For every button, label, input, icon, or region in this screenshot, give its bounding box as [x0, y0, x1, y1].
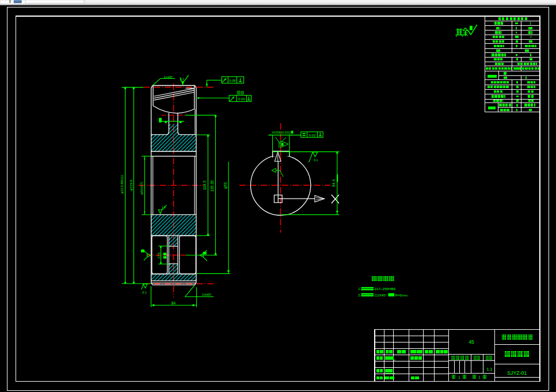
svg-text:64.4: 64.4	[332, 179, 336, 187]
svg-text:104.5: 104.5	[203, 181, 207, 190]
svg-text:1.6: 1.6	[162, 206, 166, 209]
svg-text:6.3: 6.3	[180, 78, 184, 81]
svg-text:14JS9(±0.021): 14JS9(±0.021)	[272, 131, 291, 134]
svg-text:1X45°: 1X45°	[202, 292, 212, 296]
svg-text:0.08: 0.08	[229, 79, 236, 82]
svg-text:17.9: 17.9	[157, 253, 161, 259]
svg-text:0.1: 0.1	[142, 291, 147, 294]
svg-text:φ215.5: φ215.5	[129, 180, 133, 191]
svg-text:0.02: 0.02	[309, 134, 316, 137]
svg-text:1×45°: 1×45°	[163, 75, 173, 79]
svg-text:45: 45	[469, 339, 474, 345]
svg-text:1.: 1.	[358, 287, 361, 291]
svg-text:2.: 2.	[358, 293, 361, 297]
svg-text:1: 1	[478, 375, 481, 379]
svg-text:SJYZ-01: SJYZ-01	[507, 370, 527, 376]
svg-text:0.1: 0.1	[314, 158, 318, 162]
svg-text:φ213.89h11: φ213.89h11	[120, 174, 124, 193]
svg-text:1.1: 1.1	[487, 367, 493, 372]
svg-text:φ50: φ50	[223, 182, 228, 189]
svg-text:0.03: 0.03	[238, 97, 245, 101]
svg-text:φ62(H7): φ62(H7)	[140, 182, 143, 195]
svg-text:R=5mm.: R=5mm.	[395, 293, 409, 297]
svg-text:84: 84	[172, 301, 176, 305]
svg-text:217~255HBS: 217~255HBS	[375, 287, 396, 291]
svg-text:135.35: 135.35	[210, 180, 214, 192]
svg-text:C2X45°: C2X45°	[375, 293, 387, 297]
svg-text:1: 1	[458, 375, 460, 379]
